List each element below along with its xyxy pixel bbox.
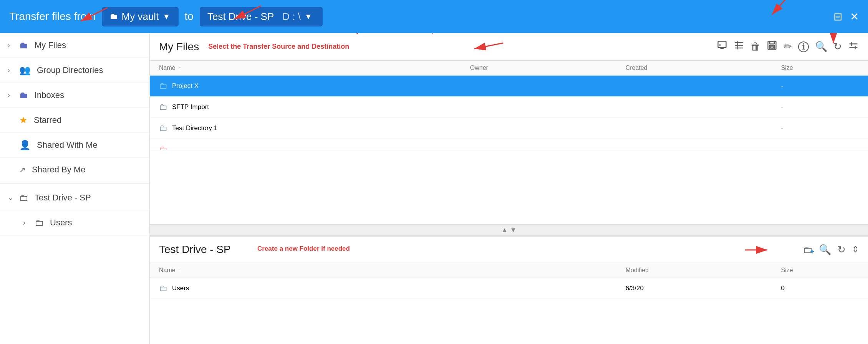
row-name-test-directory-1: 🗀 Test Directory 1: [159, 123, 470, 133]
bottom-expand-button[interactable]: ⇕: [852, 245, 859, 255]
resize-handle[interactable]: ▲ ▼: [150, 224, 868, 236]
row-size: -: [781, 82, 859, 90]
my-files-icon: 🖿: [19, 40, 28, 51]
folder-icon: 🗀: [159, 102, 167, 112]
header-title: Transfer files from: [9, 10, 96, 23]
info-button[interactable]: ℹ: [798, 41, 809, 52]
folder-icon: 🗀: [159, 81, 167, 91]
col-name: Name ↑: [159, 267, 626, 274]
sidebar-item-inboxes[interactable]: › 🖿 Inboxes: [0, 83, 149, 108]
close-button[interactable]: ✕: [850, 10, 859, 23]
new-folder-hint: Create a new Folder if needed: [257, 245, 350, 253]
sidebar: › 🖿 My Files › 👥 Group Directories › 🖿 I…: [0, 33, 150, 344]
top-panel-header: My Files Select the Transfer Source and …: [150, 33, 868, 61]
source-dest-hint: Select the Transfer Source and Destinati…: [208, 43, 349, 51]
table-row[interactable]: 🗀 Project X -: [150, 76, 868, 97]
expand-chevron-down-icon: ⌄: [8, 194, 15, 202]
row-name-sftp-import: 🗀 SFTP Import: [159, 102, 470, 112]
sidebar-item-shared-with-me[interactable]: › 👤 Shared With Me: [0, 133, 149, 158]
row-name-project-x: 🗀 Project X: [159, 81, 470, 91]
layout-button[interactable]: [848, 40, 859, 53]
bottom-table-header: Name ↑ Modified Size: [150, 263, 868, 278]
sidebar-label-shared-with-me: Shared With Me: [37, 140, 98, 150]
col-size: Size: [781, 64, 859, 71]
svg-rect-17: [771, 46, 774, 48]
inboxes-icon: 🖿: [19, 90, 28, 101]
source-dropdown[interactable]: 🖿 My vault ▼: [102, 7, 179, 26]
expand-icon: ›: [23, 219, 31, 227]
svg-rect-15: [770, 41, 774, 44]
transfer-button[interactable]: ≡: [717, 40, 727, 53]
expand-icon: ›: [8, 91, 15, 99]
row-label: Test Directory 1: [172, 124, 217, 132]
table-row[interactable]: 🗀 Test Directory 1 -: [150, 118, 868, 139]
folder-red-icon: 🗀: [159, 144, 167, 150]
sidebar-label-test-drive-sp: Test Drive - SP: [35, 193, 91, 203]
sidebar-item-starred[interactable]: › ★ Starred: [0, 108, 149, 133]
top-panel-actions: After you select a Folder or File, selec…: [711, 40, 859, 53]
refresh-button[interactable]: ↻: [833, 41, 842, 53]
bottom-panel-title: Test Drive - SP: [159, 243, 231, 256]
sidebar-label-users: Users: [50, 218, 72, 228]
svg-line-7: [474, 43, 503, 49]
layout-toggle-button[interactable]: ⊟: [833, 10, 842, 23]
row-size: 0: [781, 284, 859, 292]
top-file-table: 🗀 Project X - 🗀 SFTP Import: [150, 76, 868, 224]
bottom-refresh-button[interactable]: ↻: [837, 244, 846, 256]
sidebar-divider: [0, 184, 149, 184]
starred-icon: ★: [19, 115, 28, 126]
search-button[interactable]: 🔍: [815, 41, 827, 53]
test-drive-icon: 🗀: [19, 192, 28, 203]
svg-text:≡: ≡: [719, 43, 721, 47]
shared-with-me-icon: 👤: [19, 140, 31, 150]
delete-button[interactable]: 🗑: [750, 41, 760, 53]
bottom-panel: Test Drive - SP Create a new Folder if n…: [150, 237, 868, 344]
sidebar-item-shared-by-me[interactable]: › ↗ Shared By Me: [0, 158, 149, 182]
table-row[interactable]: 🗀 ... ... ...: [150, 139, 868, 150]
sidebar-item-users[interactable]: › 🗀 Users: [0, 210, 149, 235]
row-modified: 6/3/20: [626, 284, 781, 292]
sidebar-label-group-directories: Group Directories: [37, 65, 103, 75]
source-icon: 🖿: [109, 12, 118, 22]
col-created: Created: [626, 64, 781, 71]
group-dir-icon: 👥: [19, 65, 31, 76]
header-to: to: [185, 10, 194, 23]
row-owner: ...: [470, 146, 626, 150]
header: Transfer files from 🖿 My vault ▼ to Test…: [0, 0, 868, 33]
content-area: My Files Select the Transfer Source and …: [150, 33, 868, 344]
row-created: ...: [626, 146, 781, 150]
sidebar-item-group-directories[interactable]: › 👥 Group Directories: [0, 58, 149, 83]
users-folder-icon: 🗀: [35, 217, 44, 228]
add-folder-button[interactable]: 🗀+: [803, 243, 813, 256]
sidebar-item-test-drive-sp[interactable]: ⌄ 🗀 Test Drive - SP: [0, 185, 149, 210]
top-table-header: Name ↑ Owner Created Size: [150, 61, 868, 76]
table-row[interactable]: 🗀 Users 6/3/20 0: [150, 278, 868, 299]
dest-chevron-icon: ▼: [305, 12, 312, 21]
row-name-partial: 🗀: [159, 144, 470, 150]
row-size: -: [781, 103, 859, 111]
arrange-button[interactable]: [734, 40, 744, 53]
sidebar-label-inboxes: Inboxes: [35, 90, 64, 100]
edit-button[interactable]: ✏: [784, 41, 792, 53]
folder-icon: 🗀: [159, 123, 167, 133]
dest-path: D : \: [282, 11, 301, 23]
row-label: Users: [172, 284, 189, 292]
table-row[interactable]: 🗀 SFTP Import -: [150, 97, 868, 118]
top-panel: My Files Select the Transfer Source and …: [150, 33, 868, 237]
col-modified: Modified: [626, 267, 781, 274]
expand-icon: ›: [8, 41, 15, 50]
top-panel-title: My Files: [159, 41, 199, 53]
bottom-search-button[interactable]: 🔍: [819, 244, 831, 256]
shared-by-me-icon: ↗: [19, 165, 26, 174]
col-name: Name ↑: [159, 64, 470, 71]
sidebar-label-starred: Starred: [34, 115, 61, 125]
save-button[interactable]: [767, 40, 777, 53]
sidebar-label-shared-by-me: Shared By Me: [32, 165, 85, 175]
row-name-users: 🗀 Users: [159, 283, 626, 293]
dest-dropdown[interactable]: Test Drive - SP D : \ ▼: [200, 7, 323, 26]
sidebar-item-my-files[interactable]: › 🖿 My Files: [0, 33, 149, 58]
resize-arrows-icon: ▲ ▼: [501, 226, 517, 234]
row-label: SFTP Import: [172, 103, 209, 111]
dest-label: Test Drive - SP: [207, 11, 274, 23]
row-label: Project X: [172, 82, 199, 90]
